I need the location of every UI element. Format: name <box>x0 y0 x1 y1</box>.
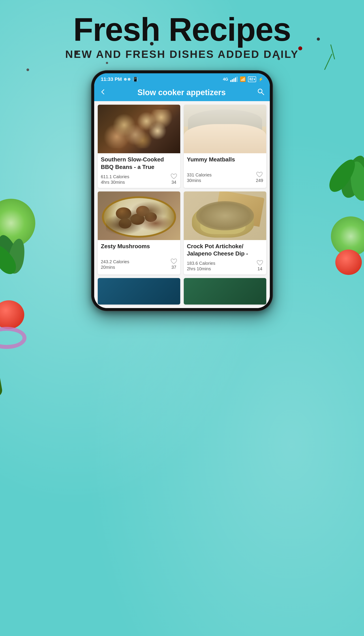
recipe-details-4: 183.6 Calories 2hrs 10mins <box>187 261 215 271</box>
status-indicators <box>124 78 130 81</box>
partial-image-2 <box>184 278 266 304</box>
phone-inner: 11:33 PM 📳 4G <box>94 73 270 308</box>
left-vegetables <box>0 199 62 636</box>
partial-image-1 <box>98 278 180 304</box>
recipe-meta-2: 331 Calories 30mins 249 <box>187 171 263 183</box>
recipe-time-3: 20mins <box>101 265 129 270</box>
status-bar-left: 11:33 PM 📳 <box>101 76 138 82</box>
like-count-4: 14 <box>258 266 262 271</box>
recipe-info-3: Zesty Mushrooms 243.2 Calories 20mins <box>98 240 180 273</box>
battery-level: 82 <box>249 77 253 81</box>
battery-indicator: 82 <box>248 76 256 82</box>
status-bar: 11:33 PM 📳 4G <box>94 73 270 84</box>
partial-row <box>98 278 266 304</box>
signal-bar-4 <box>235 78 236 82</box>
recipe-name-4: Crock Pot Artichoke/ Jalapeno Cheese Dip… <box>187 243 263 258</box>
app-bar: Slow cooker appetizers <box>94 84 270 101</box>
volume-icon: 📳 <box>132 77 138 82</box>
like-count-2: 249 <box>256 178 263 183</box>
right-vegetables <box>302 155 364 636</box>
network-label: 4G <box>223 77 228 82</box>
recipe-details-2: 331 Calories 30mins <box>187 172 212 183</box>
recipe-time-2: 30mins <box>187 178 212 183</box>
like-count-3: 37 <box>172 265 176 270</box>
recipe-meta-4: 183.6 Calories 2hrs 10mins <box>187 260 263 271</box>
status-bar-right: 4G 📶 82 <box>223 76 263 82</box>
signal-bar-1 <box>230 80 232 82</box>
recipe-details-1: 611.1 Calories 4hrs 30mins <box>101 174 129 185</box>
indicator-dot-2 <box>128 78 130 81</box>
recipe-like-4[interactable]: 14 <box>256 260 263 271</box>
like-count-1: 34 <box>172 180 176 185</box>
recipe-like-3[interactable]: 37 <box>170 258 177 270</box>
recipe-image-meatballs <box>184 105 266 153</box>
recipe-name-1: Southern Slow-Cooked BBQ Beans - a True <box>101 156 177 171</box>
charging-icon: ⚡ <box>258 77 263 82</box>
recipe-image-bbq <box>98 105 180 153</box>
status-time: 11:33 PM <box>101 76 122 82</box>
recipe-card-3[interactable]: Zesty Mushrooms 243.2 Calories 20mins <box>98 191 180 275</box>
heart-icon-3[interactable] <box>170 258 177 264</box>
recipe-card-partial-1[interactable] <box>98 278 180 304</box>
recipe-calories-4: 183.6 Calories <box>187 261 215 266</box>
content-area: Southern Slow-Cooked BBQ Beans - a True … <box>94 101 270 308</box>
recipe-time-1: 4hrs 30mins <box>101 180 129 185</box>
indicator-dot-1 <box>124 78 127 81</box>
phone-wrapper: 11:33 PM 📳 4G <box>92 71 272 311</box>
page-header: Fresh Recipes NEW AND FRESH DISHES ADDED… <box>0 13 364 60</box>
phone-frame: 11:33 PM 📳 4G <box>92 71 272 311</box>
recipe-card-4[interactable]: Crock Pot Artichoke/ Jalapeno Cheese Dip… <box>184 191 266 275</box>
heart-icon-4[interactable] <box>256 260 263 266</box>
recipe-info-2: Yummy Meatballs 331 Calories 30mins <box>184 153 266 186</box>
recipe-grid: Southern Slow-Cooked BBQ Beans - a True … <box>98 105 266 274</box>
recipe-like-1[interactable]: 34 <box>170 173 177 185</box>
recipe-calories-2: 331 Calories <box>187 172 212 178</box>
signal-bar-2 <box>232 79 233 82</box>
signal-bar-3 <box>234 78 234 82</box>
recipe-meta-1: 611.1 Calories 4hrs 30mins <box>101 173 177 185</box>
recipe-calories-3: 243.2 Calories <box>101 259 129 264</box>
page-subtitle: NEW AND FRESH DISHES ADDED DAILY <box>0 48 364 60</box>
heart-icon-2[interactable] <box>256 171 263 178</box>
signal-bar-5 <box>236 77 238 82</box>
recipe-details-3: 243.2 Calories 20mins <box>101 259 129 270</box>
app-bar-title: Slow cooker appetizers <box>110 88 252 97</box>
back-button[interactable] <box>100 89 106 97</box>
recipe-image-dip <box>184 191 266 240</box>
battery-tip <box>254 78 255 80</box>
search-button[interactable] <box>257 88 264 97</box>
recipe-name-2: Yummy Meatballs <box>187 156 263 169</box>
recipe-info-1: Southern Slow-Cooked BBQ Beans - a True … <box>98 153 180 188</box>
recipe-time-4: 2hrs 10mins <box>187 266 215 271</box>
recipe-name-3: Zesty Mushrooms <box>101 243 177 256</box>
recipe-card-1[interactable]: Southern Slow-Cooked BBQ Beans - a True … <box>98 105 180 188</box>
heart-icon-1[interactable] <box>170 173 177 179</box>
recipe-image-mushrooms <box>98 191 180 240</box>
recipe-meta-3: 243.2 Calories 20mins 37 <box>101 258 177 270</box>
recipe-info-4: Crock Pot Artichoke/ Jalapeno Cheese Dip… <box>184 240 266 275</box>
recipe-like-2[interactable]: 249 <box>256 171 263 183</box>
svg-line-1 <box>262 93 264 95</box>
recipe-card-partial-2[interactable] <box>184 278 266 304</box>
page-title: Fresh Recipes <box>0 13 364 46</box>
signal-bars <box>230 77 238 82</box>
recipe-calories-1: 611.1 Calories <box>101 174 129 179</box>
recipe-card-2[interactable]: Yummy Meatballs 331 Calories 30mins <box>184 105 266 188</box>
wifi-icon: 📶 <box>240 76 246 82</box>
